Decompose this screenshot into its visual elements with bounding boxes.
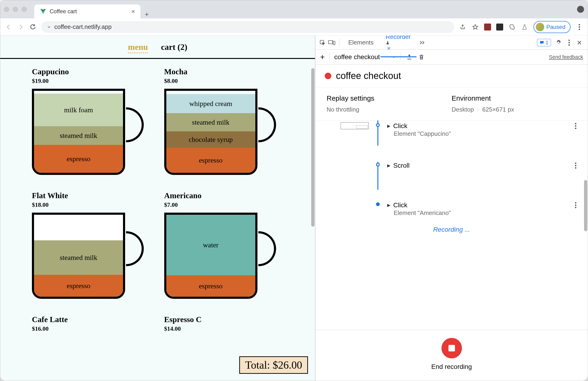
recording-title: coffee checkout <box>336 71 401 81</box>
tab-close-icon[interactable]: × <box>131 8 135 15</box>
timeline-dot-icon <box>376 163 380 166</box>
new-tab-button[interactable]: + <box>145 10 149 19</box>
browser-window: Coffee cart × + coffee-cart.netlify.app <box>0 0 588 381</box>
replay-settings: Replay settings No throttling <box>327 94 452 113</box>
expand-icon[interactable]: ▶ <box>387 203 390 208</box>
send-feedback-link[interactable]: Send feedback <box>549 54 583 60</box>
svg-point-7 <box>568 42 570 43</box>
recorder-footer: End recording <box>315 330 588 381</box>
total-button[interactable]: Total: $26.00 <box>239 356 308 374</box>
product-card[interactable]: Mocha $8.00 whipped creamsteamed milkcho… <box>164 67 289 180</box>
nav-menu-link[interactable]: menu <box>128 42 148 53</box>
cup-handle <box>258 231 276 266</box>
cup-layer: steamed milk <box>34 126 123 145</box>
extension-icon-1[interactable] <box>484 23 491 31</box>
back-button[interactable] <box>5 23 12 31</box>
timeline-dot-icon <box>376 123 380 127</box>
vue-logo-icon <box>40 8 46 15</box>
product-name: Mocha <box>164 67 289 76</box>
expand-icon[interactable]: ▶ <box>387 163 390 168</box>
step-row[interactable]: ▶Scroll <box>327 162 577 195</box>
zoom-window-icon[interactable] <box>22 7 27 12</box>
devtools: Elements Recorder × 1 <box>315 36 588 381</box>
viewport-value[interactable]: 625×671 px <box>482 106 514 113</box>
product-price: $8.00 <box>164 78 289 84</box>
svg-rect-5 <box>333 41 335 45</box>
page-nav: menu cart (2) <box>0 36 315 59</box>
minimize-window-icon[interactable] <box>13 7 18 12</box>
cup-layer <box>34 215 123 240</box>
nav-cart-link[interactable]: cart (2) <box>161 42 187 53</box>
cup-layer: water <box>166 215 255 275</box>
device-value[interactable]: Desktop <box>452 106 474 113</box>
device-toggle-icon[interactable] <box>328 39 336 46</box>
tab-close-icon[interactable]: × <box>387 45 390 52</box>
steps-list: ▶Click Element "Cappucino" ▶Scroll ▶Clic… <box>315 120 588 330</box>
step-menu-icon[interactable] <box>575 201 577 208</box>
svg-point-17 <box>575 207 576 208</box>
recording-header: coffee checkout <box>315 64 588 87</box>
forward-button[interactable] <box>17 23 24 31</box>
product-card[interactable]: Flat White $18.00 steamed milkespresso <box>32 191 157 304</box>
step-menu-icon[interactable] <box>575 122 577 129</box>
environment-label: Environment <box>452 94 577 102</box>
tab-title: Coffee cart <box>50 8 77 15</box>
page-scrollbar[interactable] <box>311 68 315 227</box>
inspect-element-icon[interactable] <box>319 39 326 46</box>
delete-icon[interactable] <box>418 53 425 61</box>
devtools-scrollbar[interactable] <box>584 180 587 231</box>
product-card[interactable]: Cappucino $19.00 milk foamsteamed milkes… <box>32 67 157 180</box>
bookmark-icon[interactable] <box>472 23 479 31</box>
cup-layer: espresso <box>166 148 255 173</box>
profile-indicator-icon[interactable] <box>577 6 584 13</box>
product-card[interactable]: Espresso C $14.00 <box>164 315 289 337</box>
paused-label: Paused <box>546 24 566 30</box>
step-action: Scroll <box>393 162 410 169</box>
record-dot-icon <box>325 73 331 79</box>
experiments-icon[interactable] <box>521 23 528 31</box>
more-tabs-icon[interactable] <box>419 39 426 46</box>
share-icon[interactable] <box>459 23 466 31</box>
devtools-menu-icon[interactable] <box>566 39 572 46</box>
product-card[interactable]: Americano $7.00 waterespresso <box>164 191 289 304</box>
devtools-tabbar: Elements Recorder × 1 <box>315 36 588 50</box>
cup-layer: whipped cream <box>166 94 255 113</box>
expand-icon[interactable]: ▶ <box>387 123 390 129</box>
svg-point-10 <box>575 125 576 127</box>
cup-handle <box>258 107 276 142</box>
chrome-menu-button[interactable] <box>576 23 583 31</box>
step-row[interactable]: ▶Click Element "Americano" <box>327 201 577 217</box>
close-window-icon[interactable] <box>4 7 9 12</box>
product-card[interactable]: Cafe Latte $16.00 <box>32 315 157 337</box>
svg-point-2 <box>579 29 580 30</box>
browser-tab[interactable]: Coffee cart × <box>34 4 141 19</box>
end-recording-label: End recording <box>431 363 472 371</box>
svg-point-1 <box>579 26 580 28</box>
extensions-button[interactable] <box>508 23 516 31</box>
devtools-close-icon[interactable] <box>574 40 585 45</box>
step-row[interactable]: ▶Click Element "Cappucino" <box>327 122 577 155</box>
stop-recording-button[interactable] <box>441 338 462 359</box>
throttling-value[interactable]: No throttling <box>327 106 452 113</box>
cup-drawing: whipped creamsteamed milkchocolate syrup… <box>164 89 276 177</box>
toolbar-right: Paused <box>459 21 583 33</box>
product-grid: Cappucino $19.00 milk foamsteamed milkes… <box>0 59 315 345</box>
cup-layer: steamed milk <box>34 240 123 275</box>
svg-point-9 <box>575 123 576 124</box>
svg-point-11 <box>575 128 576 129</box>
svg-point-0 <box>579 24 580 25</box>
svg-point-16 <box>575 204 576 206</box>
profile-paused-button[interactable]: Paused <box>533 21 570 33</box>
messages-badge[interactable]: 1 <box>537 39 551 46</box>
settings-icon[interactable] <box>553 39 564 46</box>
cup-drawing: milk foamsteamed milkespresso <box>32 89 144 177</box>
url-input[interactable]: coffee-cart.netlify.app <box>41 21 454 33</box>
svg-point-14 <box>575 167 576 169</box>
step-menu-icon[interactable] <box>575 162 577 169</box>
extension-icon-2[interactable] <box>496 23 503 31</box>
reload-button[interactable] <box>29 23 37 31</box>
new-recording-button[interactable]: + <box>320 52 325 61</box>
tab-elements[interactable]: Elements <box>343 36 378 49</box>
tab-recorder[interactable]: Recorder × <box>380 36 417 55</box>
replay-settings-label: Replay settings <box>327 94 452 102</box>
